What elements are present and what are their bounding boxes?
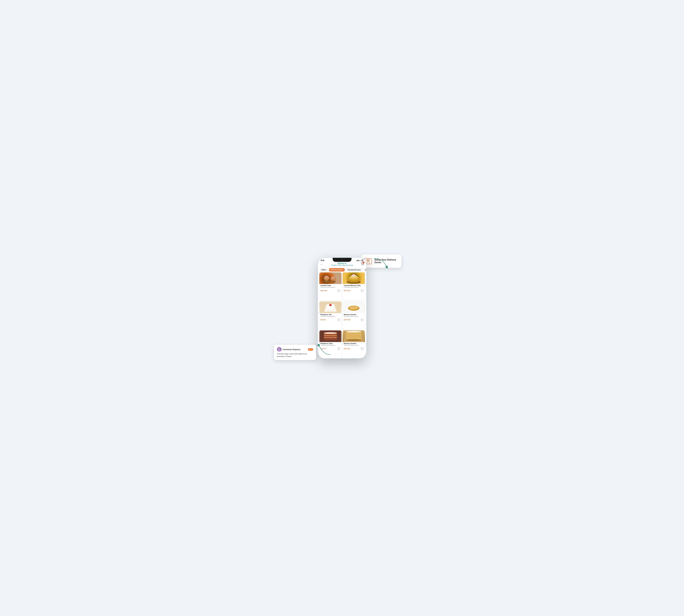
svg-point-41 bbox=[353, 308, 355, 309]
svg-rect-45 bbox=[324, 333, 337, 340]
product-name: Banana Caramel bbox=[344, 314, 363, 315]
notch bbox=[333, 258, 352, 262]
product-name: Banana Caramel bbox=[344, 343, 363, 344]
bar-4 bbox=[358, 260, 358, 261]
product-desc: Tart With Taste Raspberry bbox=[321, 345, 340, 346]
add-button[interactable]: + bbox=[337, 347, 340, 350]
svg-rect-58 bbox=[346, 334, 361, 335]
svg-rect-48 bbox=[324, 337, 337, 338]
status-icons: ▲ ▮ bbox=[356, 259, 363, 261]
svg-point-53 bbox=[324, 332, 337, 334]
bar-3 bbox=[357, 260, 358, 261]
app-header: ← Delivery to Canada: 1095 Lakeview Ave … bbox=[318, 261, 366, 267]
svg-point-12 bbox=[326, 276, 327, 277]
cart-button[interactable]: 2 bbox=[361, 262, 364, 266]
product-image-banana bbox=[343, 302, 365, 313]
svg-rect-59 bbox=[346, 336, 361, 336]
svg-point-7 bbox=[363, 265, 363, 265]
product-price: EGP 16 bbox=[321, 319, 326, 321]
bar-2 bbox=[357, 260, 357, 261]
customer-review: The best crepe I have ever tasted in all… bbox=[277, 353, 313, 358]
product-desc: Cake With Taste Caramel bbox=[321, 287, 340, 288]
rating-badge: 5 ★ bbox=[308, 348, 313, 351]
product-desc: Tart With Taste Raspberry bbox=[321, 316, 340, 317]
product-name: Caramel Cake bbox=[321, 285, 340, 286]
product-grid: Caramel Cake Cake With Taste Caramel EGP… bbox=[318, 272, 366, 358]
delivery-address[interactable]: Canada: 1095 Lakeview Ave ▶ bbox=[320, 264, 364, 266]
product-price: EGP 150 bbox=[344, 319, 350, 321]
rating-number: 5 bbox=[309, 349, 310, 350]
svg-rect-57 bbox=[346, 333, 361, 334]
delivery-label: Delivery to bbox=[320, 262, 364, 264]
delivery-zones-title: Setup Your Delivery Zones bbox=[374, 259, 398, 264]
product-card: Banana Caramel Cake With Taste Caramel E… bbox=[343, 302, 365, 329]
product-price: EGP 150 bbox=[321, 290, 327, 291]
back-button[interactable]: ← bbox=[320, 263, 323, 266]
svg-point-37 bbox=[352, 306, 354, 308]
wifi-icon: ▲ bbox=[359, 260, 361, 261]
product-card: Raspberry Cake Tart With Taste Raspberry… bbox=[319, 330, 341, 358]
address-chevron: ▶ bbox=[352, 264, 353, 266]
svg-point-65 bbox=[279, 348, 280, 350]
product-image-banana2 bbox=[343, 330, 365, 342]
tab-tarts[interactable]: Tarts And Cakes bbox=[329, 268, 345, 271]
svg-rect-61 bbox=[346, 338, 361, 339]
product-image-rcake bbox=[319, 330, 341, 342]
delivery-zones-tooltip[interactable]: Setup Your Delivery Zones bbox=[361, 255, 401, 268]
product-name: Caramel Mousse Cake bbox=[344, 285, 363, 286]
cart-badge: 2 bbox=[362, 262, 365, 264]
camera bbox=[341, 259, 343, 261]
svg-point-17 bbox=[332, 277, 333, 278]
product-desc: Cake With Taste Caramel bbox=[344, 345, 363, 346]
add-button[interactable]: + bbox=[337, 318, 340, 321]
category-tabs: Offers Tarts And Cakes Oriental Desserts… bbox=[318, 267, 366, 272]
tab-offers[interactable]: Offers bbox=[319, 268, 328, 271]
svg-point-36 bbox=[350, 307, 352, 308]
product-desc: Cake With Taste Caramel bbox=[344, 316, 363, 317]
add-button[interactable]: + bbox=[361, 318, 363, 321]
bar-1 bbox=[356, 261, 357, 261]
product-price: EGP 150 bbox=[344, 290, 350, 291]
product-name: Raspberry Tart bbox=[321, 314, 340, 315]
customer-name: Customers Express bbox=[283, 348, 301, 351]
product-card: Raspberry Tart Tart With Taste Raspberry… bbox=[319, 302, 341, 329]
status-time: 9:41 bbox=[321, 259, 325, 261]
battery-icon: ▮ bbox=[361, 259, 363, 261]
signal-bars bbox=[356, 260, 358, 261]
product-price: EGP 150 bbox=[344, 348, 350, 350]
svg-point-38 bbox=[354, 306, 356, 308]
svg-rect-47 bbox=[324, 335, 337, 336]
product-desc: Cake With Taste Caramel bbox=[344, 287, 363, 288]
svg-point-63 bbox=[346, 339, 361, 341]
product-image-mousse bbox=[343, 272, 365, 284]
add-button[interactable]: + bbox=[337, 289, 340, 292]
customer-header: Customers Express 5 ★ bbox=[277, 347, 313, 352]
svg-rect-60 bbox=[346, 337, 361, 337]
svg-point-62 bbox=[346, 331, 361, 333]
svg-point-39 bbox=[356, 307, 358, 308]
product-price: EGP 16 bbox=[321, 348, 326, 350]
add-button[interactable]: + bbox=[361, 347, 363, 350]
scene: Setup Your Delivery Zones 9:41 bbox=[291, 243, 393, 373]
svg-point-30 bbox=[330, 304, 331, 305]
star-icon: ★ bbox=[311, 349, 312, 350]
tab-more[interactable]: More bbox=[363, 268, 366, 271]
add-button[interactable]: + bbox=[361, 289, 363, 292]
product-card: Caramel Cake Cake With Taste Caramel EGP… bbox=[319, 272, 341, 300]
product-image-cupcakes bbox=[319, 272, 341, 284]
customer-avatar bbox=[277, 347, 282, 352]
svg-point-40 bbox=[351, 308, 353, 309]
address-text: Canada: 1095 Lakeview Ave bbox=[331, 264, 351, 266]
svg-point-24 bbox=[353, 274, 355, 276]
product-name: Raspberry Cake bbox=[321, 343, 340, 344]
customer-review-tooltip: Customers Express 5 ★ The best crepe I h… bbox=[274, 345, 316, 360]
svg-point-6 bbox=[362, 265, 362, 265]
phone: 9:41 ▲ ▮ ← Delivery to bbox=[317, 257, 367, 359]
delivery-info: Delivery to Canada: 1095 Lakeview Ave ▶ bbox=[320, 262, 364, 266]
product-card: Banana Caramel Cake With Taste Caramel E… bbox=[343, 330, 365, 358]
svg-point-4 bbox=[368, 260, 369, 261]
tab-oriental[interactable]: Oriental Desserts bbox=[346, 268, 362, 271]
svg-point-42 bbox=[355, 308, 357, 309]
product-image-rtart bbox=[319, 302, 341, 313]
product-card: Caramel Mousse Cake Cake With Taste Cara… bbox=[343, 272, 365, 300]
